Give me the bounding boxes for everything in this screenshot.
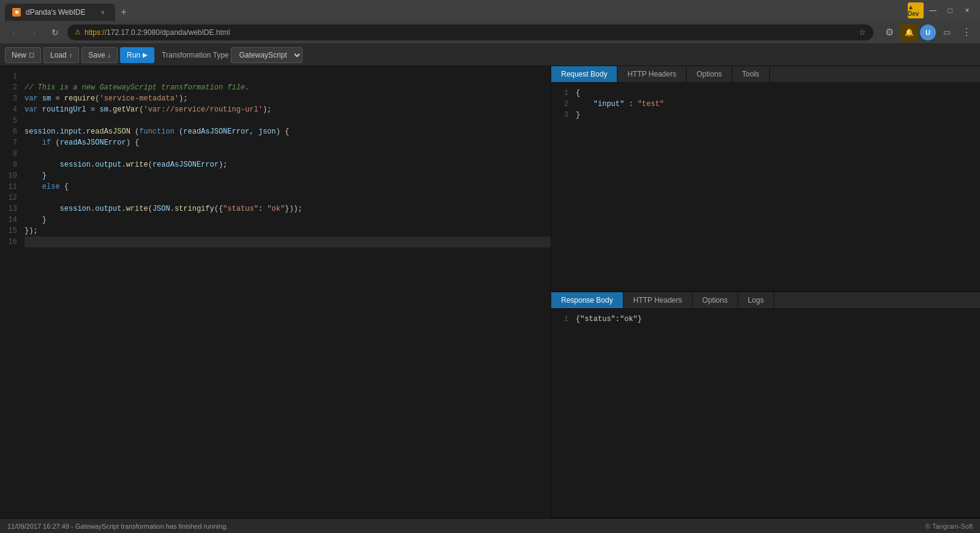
main-area: 12345 678910 1112131415 16 // This is a … bbox=[0, 66, 980, 518]
request-panel-tabs: Request Body HTTP Headers Options Tools bbox=[551, 66, 980, 83]
browser-toolbar-right: ⚙ 🔔 U ▭ ⋮ bbox=[881, 24, 975, 41]
code-line-9: session.output.write(readAsJSONError); bbox=[24, 159, 551, 170]
url-prefix: https:// bbox=[85, 28, 107, 37]
tab-response-options[interactable]: Options bbox=[693, 292, 738, 308]
transformation-type-select[interactable]: GatewayScript XSLT JSONiq bbox=[231, 47, 303, 63]
user-avatar[interactable]: U bbox=[920, 25, 936, 40]
right-panel: Request Body HTTP Headers Options Tools … bbox=[551, 66, 980, 518]
browser-frame: ✱ dPanda's WebIDE × + ▲ Dev — □ × ‹ › ↻ … bbox=[0, 0, 980, 533]
code-line-13: session.output.write(JSON.stringify({"st… bbox=[24, 203, 551, 214]
response-body-content[interactable]: 1 {"status":"ok"} bbox=[551, 309, 980, 517]
transformation-type-label: Transformation Type bbox=[162, 51, 228, 59]
load-icon: ↑ bbox=[69, 51, 73, 59]
settings-icon-btn[interactable]: ⚙ bbox=[881, 24, 898, 41]
code-line-6: session.input.readAsJSON (function (read… bbox=[24, 126, 551, 137]
code-line-7: if (readAsJSONError) { bbox=[24, 137, 551, 148]
save-icon: ↓ bbox=[108, 51, 111, 59]
more-menu-icon[interactable]: ⋮ bbox=[958, 24, 975, 41]
maximize-button[interactable]: □ bbox=[942, 2, 958, 18]
cast-icon[interactable]: ▭ bbox=[938, 24, 956, 41]
company-name: © Tangram-Soft bbox=[925, 523, 973, 530]
tab-bar: ✱ dPanda's WebIDE × + bbox=[5, 0, 132, 21]
code-line-10: } bbox=[24, 170, 551, 181]
response-panel: Response Body HTTP Headers Options Logs … bbox=[551, 292, 980, 518]
run-icon: ▶ bbox=[143, 51, 148, 58]
run-label: Run bbox=[127, 51, 140, 59]
save-label: Save bbox=[88, 51, 105, 59]
tab-response-logs[interactable]: Logs bbox=[738, 292, 774, 308]
request-body-code[interactable]: { "input" : "test" } bbox=[573, 88, 980, 286]
bookmark-icon[interactable]: ☆ bbox=[859, 28, 866, 37]
tab-title: dPanda's WebIDE bbox=[26, 8, 85, 17]
code-line-14: } bbox=[24, 214, 551, 225]
back-button[interactable]: ‹ bbox=[5, 24, 22, 41]
code-line-11: else { bbox=[24, 181, 551, 192]
code-line-12 bbox=[24, 192, 551, 203]
new-icon: ◻ bbox=[29, 51, 34, 59]
run-button[interactable]: Run ▶ bbox=[120, 47, 154, 63]
tab-request-tools[interactable]: Tools bbox=[733, 66, 770, 82]
request-panel: Request Body HTTP Headers Options Tools … bbox=[551, 66, 980, 292]
save-button[interactable]: Save ↓ bbox=[81, 47, 118, 63]
minimize-button[interactable]: — bbox=[925, 2, 941, 18]
tab-close-button[interactable]: × bbox=[98, 7, 108, 17]
response-panel-tabs: Response Body HTTP Headers Options Logs bbox=[551, 292, 980, 309]
url-text: https://172.17.0.2:9080/dpanda/webIDE.ht… bbox=[85, 28, 230, 37]
code-line-1 bbox=[24, 71, 551, 82]
code-line-16 bbox=[24, 236, 551, 248]
url-bar[interactable]: ⚠ https://172.17.0.2:9080/dpanda/webIDE.… bbox=[67, 25, 873, 40]
dev-warning-badge: ▲ Dev bbox=[908, 2, 924, 18]
line-numbers: 12345 678910 1112131415 16 bbox=[0, 66, 22, 518]
app-toolbar: New ◻ Load ↑ Save ↓ Run ▶ Transformation… bbox=[0, 44, 980, 66]
address-bar: ‹ › ↻ ⚠ https://172.17.0.2:9080/dpanda/w… bbox=[0, 21, 980, 44]
new-button[interactable]: New ◻ bbox=[5, 47, 41, 63]
browser-tab[interactable]: ✱ dPanda's WebIDE × bbox=[5, 4, 115, 21]
code-line-3: var sm = require('service-metadata'); bbox=[24, 93, 551, 104]
code-line-4: var routingUrl = sm.getVar('var://servic… bbox=[24, 104, 551, 115]
status-message: 11/09/2017 16:27:49 - GatewayScript tran… bbox=[7, 523, 228, 530]
load-label: Load bbox=[50, 51, 67, 59]
request-body-content[interactable]: 123 { "input" : "test" } bbox=[551, 83, 980, 291]
load-button[interactable]: Load ↑ bbox=[43, 47, 79, 63]
forward-button[interactable]: › bbox=[26, 24, 43, 41]
response-body-code[interactable]: {"status":"ok"} bbox=[573, 314, 980, 512]
code-line-15: }); bbox=[24, 225, 551, 236]
refresh-button[interactable]: ↻ bbox=[47, 24, 64, 41]
tab-request-body[interactable]: Request Body bbox=[551, 66, 617, 82]
new-tab-button[interactable]: + bbox=[115, 4, 132, 21]
extension-icon[interactable]: 🔔 bbox=[900, 24, 918, 41]
url-body: 172.17.0.2:9080/dpanda/webIDE.html bbox=[107, 28, 230, 37]
request-line-numbers: 123 bbox=[551, 88, 573, 286]
new-label: New bbox=[12, 51, 26, 59]
close-window-button[interactable]: × bbox=[959, 2, 975, 18]
code-text[interactable]: // This is a new GatewayScript transform… bbox=[22, 66, 551, 518]
tab-request-options[interactable]: Options bbox=[687, 66, 732, 82]
status-bar: 11/09/2017 16:27:49 - GatewayScript tran… bbox=[0, 518, 980, 533]
tab-response-http-headers[interactable]: HTTP Headers bbox=[624, 292, 693, 308]
tab-response-body[interactable]: Response Body bbox=[551, 292, 624, 308]
response-line-numbers: 1 bbox=[551, 314, 573, 512]
code-line-5 bbox=[24, 115, 551, 126]
code-line-8 bbox=[24, 148, 551, 159]
window-controls: ▲ Dev — □ × bbox=[908, 2, 975, 18]
code-editor[interactable]: 12345 678910 1112131415 16 // This is a … bbox=[0, 66, 551, 518]
tab-favicon: ✱ bbox=[12, 8, 21, 17]
security-warning-icon: ⚠ bbox=[75, 28, 81, 36]
tab-request-http-headers[interactable]: HTTP Headers bbox=[617, 66, 687, 82]
code-line-2: // This is a new GatewayScript transform… bbox=[24, 82, 551, 93]
title-bar: ✱ dPanda's WebIDE × + ▲ Dev — □ × bbox=[0, 0, 980, 21]
